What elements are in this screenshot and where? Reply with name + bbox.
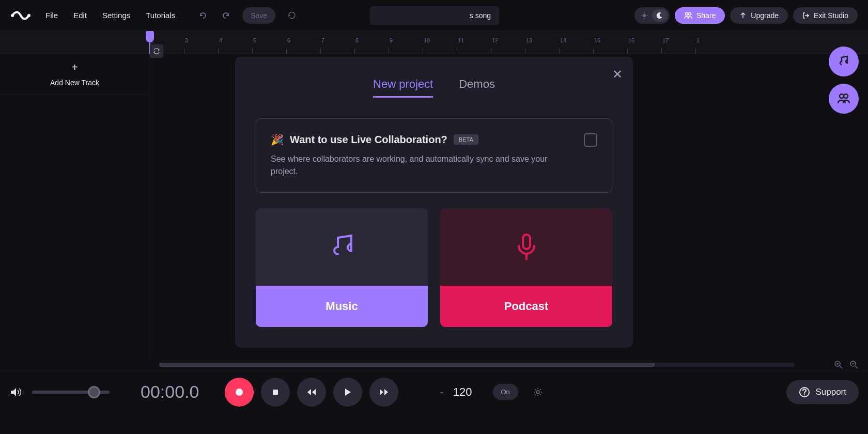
ruler-mark: 4	[218, 31, 252, 53]
refresh-icon[interactable]	[284, 7, 300, 24]
menu-file[interactable]: File	[45, 11, 58, 20]
plus-icon: +	[72, 61, 78, 73]
svg-point-8	[688, 12, 691, 15]
ruler-mark: 13	[525, 31, 559, 53]
add-track-button[interactable]: + Add New Track	[0, 54, 149, 95]
scrollbar-thumb[interactable]	[159, 363, 655, 367]
rewind-button[interactable]	[297, 378, 326, 407]
music-project-card[interactable]: Music	[256, 208, 428, 327]
music-card-label: Music	[256, 286, 428, 327]
support-label: Support	[815, 387, 846, 397]
moon-icon	[652, 9, 668, 22]
volume-slider[interactable]	[32, 391, 110, 394]
volume-icon[interactable]	[9, 386, 22, 398]
ruler-mark: 3	[184, 31, 218, 53]
forward-button[interactable]	[369, 378, 398, 407]
svg-point-11	[844, 94, 848, 98]
upgrade-button[interactable]: Upgrade	[730, 7, 788, 24]
party-emoji-icon: 🎉	[271, 133, 284, 146]
collaborators-button[interactable]	[829, 84, 859, 114]
ruler-mark: 11	[457, 31, 491, 53]
ruler-mark: 15	[593, 31, 627, 53]
exit-icon	[802, 12, 810, 19]
save-button[interactable]: Save	[242, 7, 275, 24]
collab-description: See where collaborators are working, and…	[271, 153, 574, 178]
timeline-ruler[interactable]: 2345678910111213141516171	[0, 31, 868, 54]
app-logo[interactable]	[10, 5, 31, 26]
menu-tutorials[interactable]: Tutorials	[146, 11, 175, 20]
metronome-settings-icon[interactable]	[533, 387, 543, 397]
menu-edit[interactable]: Edit	[73, 11, 87, 20]
ruler-mark: 8	[354, 31, 389, 53]
add-track-label: Add New Track	[50, 79, 99, 87]
music-note-icon	[837, 55, 850, 68]
tempo-minus-button[interactable]: -	[440, 385, 443, 399]
metronome-label: On	[501, 388, 510, 396]
zoom-out-icon[interactable]	[849, 360, 859, 369]
ruler-mark: 16	[627, 31, 661, 53]
menu-settings[interactable]: Settings	[102, 11, 130, 20]
theme-toggle[interactable]	[634, 7, 670, 24]
svg-rect-23	[523, 235, 530, 249]
loop-marker-icon[interactable]	[150, 44, 163, 58]
svg-rect-1	[27, 14, 30, 17]
share-button[interactable]: Share	[675, 7, 725, 24]
exit-label: Exit Studio	[814, 11, 848, 20]
stop-button[interactable]	[261, 378, 290, 407]
svg-point-2	[643, 14, 646, 17]
collab-checkbox[interactable]	[584, 133, 597, 147]
ruler-mark: 9	[389, 31, 423, 53]
ruler-mark: 17	[661, 31, 695, 53]
arrow-up-icon	[739, 12, 747, 19]
tab-new-project[interactable]: New project	[373, 78, 433, 98]
play-button[interactable]	[333, 378, 362, 407]
close-icon[interactable]: ✕	[612, 67, 623, 82]
svg-line-17	[855, 366, 858, 368]
new-project-modal: ✕ New project Demos 🎉 Want to use Live C…	[235, 57, 633, 348]
beta-badge: BETA	[454, 134, 478, 145]
svg-line-13	[840, 366, 842, 368]
collaboration-banner: 🎉 Want to use Live Collaboration? BETA S…	[256, 118, 612, 193]
svg-point-19	[236, 389, 243, 396]
svg-rect-20	[273, 390, 278, 395]
sun-icon	[637, 9, 652, 22]
help-icon	[799, 386, 810, 398]
collab-title-text: Want to use Live Collaboration?	[290, 134, 447, 146]
people-icon	[684, 11, 692, 20]
upgrade-label: Upgrade	[751, 11, 779, 20]
ruler-mark: 6	[286, 31, 320, 53]
support-button[interactable]: Support	[786, 380, 859, 404]
microphone-icon	[440, 208, 612, 286]
zoom-in-icon[interactable]	[834, 360, 843, 369]
podcast-card-label: Podcast	[440, 286, 612, 327]
volume-thumb[interactable]	[88, 386, 100, 398]
undo-icon[interactable]	[195, 7, 211, 24]
ruler-mark: 7	[320, 31, 354, 53]
tempo-value[interactable]: 120	[453, 385, 472, 399]
project-title-input[interactable]	[370, 6, 499, 25]
ruler-mark: 10	[423, 31, 457, 53]
podcast-project-card[interactable]: Podcast	[440, 208, 612, 327]
timecode-display: 00:00.0	[141, 382, 199, 402]
people-icon	[837, 92, 850, 105]
metronome-toggle[interactable]: On	[493, 384, 518, 400]
ruler-mark: 1	[695, 31, 730, 53]
tab-demos[interactable]: Demos	[459, 78, 495, 98]
svg-point-21	[536, 391, 539, 394]
svg-point-7	[685, 12, 688, 15]
ruler-mark: 12	[491, 31, 525, 53]
redo-icon[interactable]	[218, 7, 234, 24]
share-label: Share	[696, 11, 716, 20]
music-note-icon	[256, 208, 428, 286]
exit-studio-button[interactable]: Exit Studio	[793, 7, 858, 24]
ruler-mark: 14	[559, 31, 593, 53]
record-button[interactable]	[225, 378, 254, 407]
ruler-mark: 5	[252, 31, 286, 53]
library-button[interactable]	[829, 47, 859, 76]
horizontal-scrollbar[interactable]	[159, 363, 795, 367]
